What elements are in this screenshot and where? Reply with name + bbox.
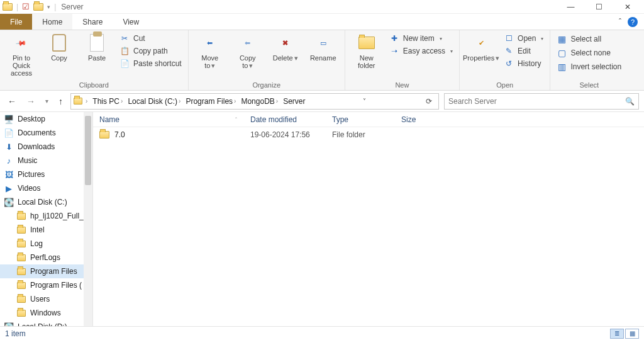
history-button[interactable]: ↺History [502,58,545,69]
tree-scrollbar[interactable] [84,112,92,326]
crumb-3[interactable]: MongoDB› [239,97,280,106]
crumb-4[interactable]: Server [281,97,307,106]
crumb-0[interactable]: This PC› [91,97,125,106]
file-rows: 7.019-06-2024 17:56File folder [93,127,644,326]
status-bar: 1 item ≣ ▦ [0,326,644,340]
tree-item-4[interactable]: 🖼Pictures [0,167,84,181]
crumb-1[interactable]: Local Disk (C:)› [126,97,182,106]
help-icon[interactable]: ? [628,17,638,27]
tree-item-6[interactable]: 💽Local Disk (C:) [0,195,84,209]
tree-item-5[interactable]: ▶Videos [0,181,84,195]
cut-button[interactable]: ✂Cut [118,33,183,44]
select-none-button[interactable]: ▢Select none [555,47,623,59]
col-name[interactable]: Nameˆ [93,112,244,127]
group-label-open: Open [465,80,545,89]
invert-selection-button[interactable]: ▥Invert selection [555,60,623,73]
address-folder-icon [74,98,82,105]
copy-to-button[interactable]: ⬅ Copy to▾ [231,33,264,69]
maximize-button[interactable]: ☐ [585,0,613,14]
tree-item-9[interactable]: Log [0,237,84,251]
delete-button[interactable]: ✖ Delete▾ [269,33,302,62]
tree-item-label: Local Disk (D:) [18,322,67,326]
tree-item-label: Windows [30,309,61,317]
new-folder-icon [358,37,375,49]
folder-icon [16,227,26,234]
tree-item-13[interactable]: Users [0,292,84,306]
properties-button[interactable]: ✔ Properties▾ [465,33,497,62]
qat-properties-icon[interactable]: ☑ [22,2,30,11]
breadcrumb-root[interactable]: › [84,98,89,105]
tree-item-label: Pictures [18,170,45,179]
search-box[interactable]: 🔍 [444,93,639,110]
rename-button[interactable]: ▭ Rename [307,33,340,62]
pin-icon: 📌 [16,37,27,48]
group-select: ▦Select all ▢Select none ▥Invert selecti… [550,30,628,90]
edit-button[interactable]: ✎Edit [502,45,545,57]
tree-item-11[interactable]: Program Files [0,264,84,278]
file-date: 19-06-2024 17:56 [244,130,326,139]
refresh-button[interactable]: ⟳ [422,97,436,106]
address-dropdown-icon[interactable]: ˅ [359,98,370,105]
select-all-button[interactable]: ▦Select all [555,33,623,45]
paste-button[interactable]: Paste [80,33,113,62]
copy-path-button[interactable]: 📋Copy path [118,45,183,57]
copy-button[interactable]: Copy [43,33,75,62]
tree-item-12[interactable]: Program Files ( [0,278,84,292]
tree-item-label: hp_lj1020_Full_ [30,212,84,220]
new-folder-button[interactable]: New folder [350,33,383,69]
open-button[interactable]: ☐Open▾ [502,33,545,44]
tree-item-7[interactable]: hp_lj1020_Full_ [0,209,84,223]
navigation-tree[interactable]: 🖥️Desktop📄Documents⬇Downloads♪Music🖼Pict… [0,112,93,326]
crumb-2[interactable]: Program Files› [184,97,238,106]
col-date[interactable]: Date modified [244,112,326,127]
col-size[interactable]: Size [395,112,445,127]
new-item-button[interactable]: ✚New item▾ [388,33,454,44]
ribbon-collapse-icon[interactable]: ˆ [619,18,621,26]
address-bar[interactable]: › This PC› Local Disk (C:)› Program File… [70,93,439,110]
easy-access-button[interactable]: ➝Easy access▾ [388,45,454,57]
qat-folder-icon[interactable] [33,3,43,11]
tree-scroll-thumb[interactable] [85,116,91,185]
close-button[interactable]: ✕ [613,0,641,14]
tab-home[interactable]: Home [32,14,72,30]
tab-view[interactable]: View [113,14,149,30]
tree-item-10[interactable]: PerfLogs [0,251,84,264]
search-icon[interactable]: 🔍 [625,97,635,106]
tab-file[interactable]: File [0,14,32,30]
pin-to-quick-access-button[interactable]: 📌 Pin to Quick access [5,33,38,77]
forward-button[interactable]: → [24,95,38,108]
tree-item-15[interactable]: 💽Local Disk (D:) [0,320,84,326]
column-headers[interactable]: Nameˆ Date modified Type Size [93,112,644,127]
qat-divider2: | [54,3,56,11]
tab-share[interactable]: Share [72,14,113,30]
group-open: ✔ Properties▾ ☐Open▾ ✎Edit ↺History Open [460,30,550,90]
music-icon: ♪ [4,156,14,166]
qat-dropdown-icon[interactable]: ▾ [47,4,50,10]
view-large-icons-button[interactable]: ▦ [625,329,639,339]
recent-locations-button[interactable]: ▾ [43,96,51,106]
col-type[interactable]: Type [326,112,395,127]
file-row-0[interactable]: 7.019-06-2024 17:56File folder [93,127,644,142]
move-to-button[interactable]: ⬅ Move to▾ [194,33,226,69]
group-label-clipboard: Clipboard [5,80,183,89]
up-button[interactable]: ↑ [56,95,65,108]
tree-item-8[interactable]: Intel [0,223,84,237]
folder-icon [16,241,26,247]
back-button[interactable]: ← [5,95,19,108]
search-input[interactable] [448,97,625,106]
view-details-button[interactable]: ≣ [610,329,624,339]
folder-icon [16,296,26,303]
tree-item-label: Videos [18,184,40,193]
qat-divider: | [16,3,18,11]
tree-item-14[interactable]: Windows [0,306,84,320]
paste-shortcut-button[interactable]: 📄Paste shortcut [118,58,183,69]
tree-item-1[interactable]: 📄Documents [0,126,84,140]
minimize-button[interactable]: — [557,0,585,14]
tree-item-2[interactable]: ⬇Downloads [0,140,84,154]
nav-bar: ← → ▾ ↑ › This PC› Local Disk (C:)› Prog… [0,91,644,112]
quick-access-toolbar: | ☑ ▾ | [3,2,56,11]
window-title: Server [61,3,83,11]
tree-item-3[interactable]: ♪Music [0,154,84,167]
group-label-organize: Organize [194,80,340,89]
tree-item-0[interactable]: 🖥️Desktop [0,112,84,126]
